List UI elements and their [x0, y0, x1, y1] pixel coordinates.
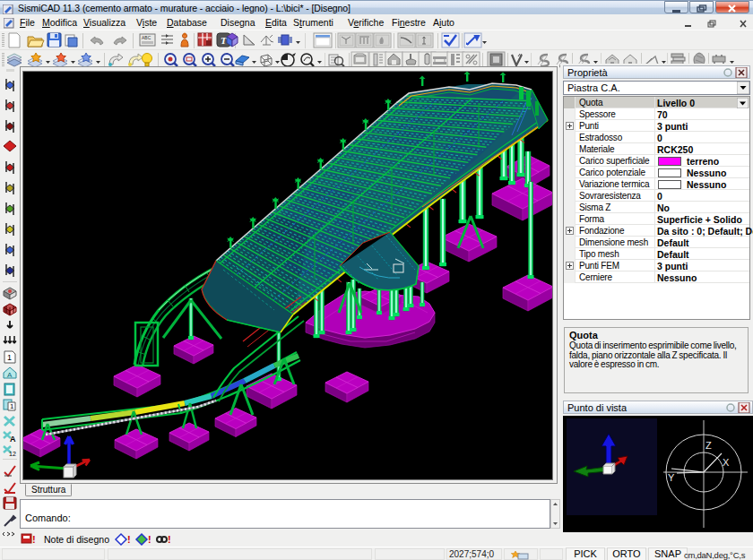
svg-text:1: 1 — [7, 353, 12, 362]
svg-text:A: A — [7, 371, 13, 379]
svg-text:ABC: ABC — [142, 35, 151, 40]
svg-text:12: 12 — [9, 451, 16, 457]
svg-text:!: ! — [148, 534, 151, 545]
svg-text:A: A — [10, 435, 16, 444]
svg-text:X: X — [723, 457, 730, 468]
svg-text:!: ! — [168, 534, 171, 545]
svg-text:!: ! — [127, 534, 131, 545]
svg-text:Y: Y — [668, 472, 675, 483]
svg-text:Z: Z — [705, 440, 712, 451]
svg-text:1: 1 — [10, 402, 14, 410]
svg-text:!: ! — [32, 534, 36, 545]
